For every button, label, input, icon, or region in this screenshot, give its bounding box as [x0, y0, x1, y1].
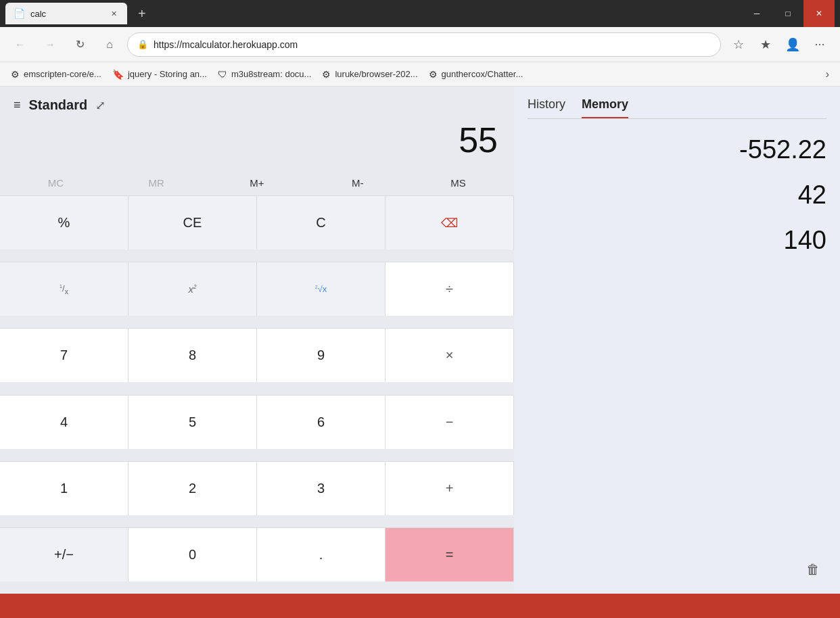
- clear-button[interactable]: C: [257, 195, 386, 249]
- calculator: ≡ Standard ⤢ 55 MC MR M+ M- MS % CE C ⌫ …: [0, 87, 514, 594]
- hamburger-button[interactable]: ≡: [14, 98, 21, 112]
- forward-button[interactable]: →: [38, 32, 62, 57]
- bookmark-1[interactable]: 🔖 jquery - Storing an...: [112, 69, 207, 80]
- close-button[interactable]: ✕: [803, 0, 835, 27]
- four-button[interactable]: 4: [0, 395, 129, 449]
- memory-buttons-row: MC MR M+ M- MS: [0, 170, 514, 195]
- memory-values-list: -552.22 42 140: [528, 130, 826, 255]
- browser-tab[interactable]: 📄 calc ✕: [5, 3, 127, 24]
- favorites-button[interactable]: ☆: [726, 32, 751, 57]
- memory-value-2: 140: [784, 226, 826, 255]
- refresh-button[interactable]: ↻: [68, 32, 92, 57]
- bookmark-3-icon: ⚙: [322, 69, 331, 80]
- bookmark-2[interactable]: 🛡 m3u8stream: docu...: [218, 69, 312, 80]
- calc-buttons-grid: % CE C ⌫ 1/x x2 2√x ÷ 7 8 9 × 4 5 6 − 1 …: [0, 195, 514, 594]
- bookmarks-bar: ⚙ emscripten-core/e... 🔖 jquery - Storin…: [0, 62, 840, 87]
- six-button[interactable]: 6: [257, 395, 386, 449]
- collections-button[interactable]: ★: [753, 32, 778, 57]
- ce-button[interactable]: CE: [129, 195, 257, 249]
- five-button[interactable]: 5: [129, 395, 257, 449]
- seven-button[interactable]: 7: [0, 328, 129, 382]
- zero-button[interactable]: 0: [129, 527, 257, 581]
- lock-icon: 🔒: [137, 39, 148, 49]
- bookmark-4[interactable]: ⚙ gunthercox/Chatter...: [429, 69, 523, 80]
- reciprocal-button[interactable]: 1/x: [0, 262, 129, 316]
- right-panel: History Memory -552.22 42 140 🗑: [514, 87, 840, 594]
- bookmark-3[interactable]: ⚙ luruke/browser-202...: [322, 69, 417, 80]
- memory-plus-button[interactable]: M+: [207, 170, 308, 195]
- equals-button[interactable]: =: [386, 527, 514, 581]
- bookmark-3-label: luruke/browser-202...: [335, 69, 417, 79]
- tab-memory[interactable]: Memory: [582, 97, 628, 118]
- multiply-button[interactable]: ×: [386, 328, 514, 382]
- nav-actions: ☆ ★ 👤 ···: [726, 32, 832, 57]
- clear-memory-button[interactable]: 🗑: [799, 556, 826, 583]
- add-button[interactable]: +: [386, 461, 514, 515]
- home-button[interactable]: ⌂: [97, 32, 122, 57]
- minimize-button[interactable]: ─: [741, 0, 772, 27]
- percent-button[interactable]: %: [0, 195, 129, 249]
- memory-value-1: 42: [798, 181, 826, 210]
- title-bar: 📄 calc ✕ + ─ □ ✕: [0, 0, 840, 27]
- memory-store-button[interactable]: MS: [408, 170, 509, 195]
- bookmark-1-label: jquery - Storing an...: [128, 69, 207, 79]
- sqrt-button[interactable]: 2√x: [257, 262, 386, 316]
- tab-title: calc: [30, 9, 46, 19]
- bookmark-2-icon: 🛡: [218, 69, 227, 80]
- decimal-button[interactable]: .: [257, 527, 386, 581]
- memory-value-0: -552.22: [739, 135, 826, 164]
- bookmark-0-icon: ⚙: [11, 69, 20, 80]
- tab-icon: 📄: [14, 8, 25, 19]
- three-button[interactable]: 3: [257, 461, 386, 515]
- memory-recall-button[interactable]: MR: [106, 170, 207, 195]
- bookmark-4-icon: ⚙: [429, 69, 438, 80]
- maximize-button[interactable]: □: [772, 0, 803, 27]
- nav-bar: ← → ↻ ⌂ 🔒 https://mcalculator.herokuapp.…: [0, 27, 840, 62]
- calc-result: 55: [16, 121, 498, 160]
- more-button[interactable]: ···: [808, 32, 832, 57]
- subtract-button[interactable]: −: [386, 395, 514, 449]
- bookmark-2-label: m3u8stream: docu...: [231, 69, 312, 79]
- negate-button[interactable]: +/−: [0, 527, 129, 581]
- square-button[interactable]: x2: [129, 262, 257, 316]
- divide-button[interactable]: ÷: [386, 262, 514, 316]
- right-panel-tabs: History Memory: [528, 97, 826, 119]
- window-controls: ─ □ ✕: [741, 0, 835, 27]
- one-button[interactable]: 1: [0, 461, 129, 515]
- calc-header: ≡ Standard ⤢: [0, 87, 514, 116]
- calc-display: 55: [0, 116, 514, 170]
- back-button[interactable]: ←: [8, 32, 32, 57]
- nine-button[interactable]: 9: [257, 328, 386, 382]
- page-content: ≡ Standard ⤢ 55 MC MR M+ M- MS % CE C ⌫ …: [0, 87, 840, 594]
- new-tab-button[interactable]: +: [133, 3, 151, 24]
- two-button[interactable]: 2: [129, 461, 257, 515]
- memory-minus-button[interactable]: M-: [307, 170, 408, 195]
- tab-close-button[interactable]: ✕: [108, 8, 119, 19]
- bookmark-4-label: gunthercox/Chatter...: [442, 69, 523, 79]
- bookmark-0-label: emscripten-core/e...: [24, 69, 101, 79]
- address-bar[interactable]: 🔒 https://mcalculator.herokuapp.com: [127, 32, 721, 57]
- expand-icon[interactable]: ⤢: [95, 98, 106, 113]
- url-text: https://mcalculator.herokuapp.com: [154, 39, 298, 50]
- memory-clear-button[interactable]: MC: [5, 170, 106, 195]
- bookmarks-more-button[interactable]: ›: [826, 68, 829, 80]
- eight-button[interactable]: 8: [129, 328, 257, 382]
- bookmark-1-icon: 🔖: [112, 69, 124, 80]
- tab-history[interactable]: History: [528, 97, 565, 118]
- profile-button[interactable]: 👤: [780, 32, 805, 57]
- bookmark-0[interactable]: ⚙ emscripten-core/e...: [11, 69, 101, 80]
- backspace-button[interactable]: ⌫: [386, 195, 514, 249]
- calc-title: Standard: [29, 97, 88, 113]
